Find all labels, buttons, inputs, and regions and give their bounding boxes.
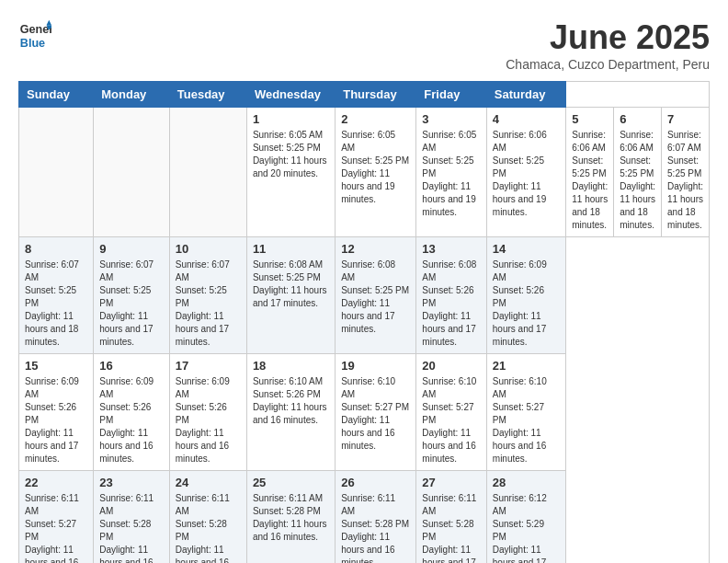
day-number: 12 <box>341 242 410 256</box>
weekday-header-sunday: Sunday <box>19 82 94 108</box>
calendar-day-6: 6 Sunrise: 6:06 AM Sunset: 5:25 PM Dayli… <box>614 108 662 237</box>
calendar-day-21: 21 Sunrise: 6:10 AM Sunset: 5:27 PM Dayl… <box>486 354 565 471</box>
calendar-day-20: 20 Sunrise: 6:10 AM Sunset: 5:27 PM Dayl… <box>416 354 486 471</box>
weekday-header-thursday: Thursday <box>336 82 416 108</box>
day-info: Sunrise: 6:11 AM Sunset: 5:28 PM Dayligh… <box>99 492 164 563</box>
month-title: June 2025 <box>506 18 710 57</box>
calendar-day-24: 24 Sunrise: 6:11 AM Sunset: 5:28 PM Dayl… <box>169 471 246 564</box>
calendar-day-22: 22 Sunrise: 6:11 AM Sunset: 5:27 PM Dayl… <box>19 471 94 564</box>
calendar-day-5: 5 Sunrise: 6:06 AM Sunset: 5:25 PM Dayli… <box>566 108 614 237</box>
day-number: 1 <box>253 112 329 126</box>
day-info: Sunrise: 6:06 AM Sunset: 5:25 PM Dayligh… <box>493 129 560 219</box>
day-number: 28 <box>493 476 560 489</box>
calendar-week-1: 1 Sunrise: 6:05 AM Sunset: 5:25 PM Dayli… <box>19 108 710 237</box>
day-number: 23 <box>99 476 164 489</box>
calendar-week-2: 8 Sunrise: 6:07 AM Sunset: 5:25 PM Dayli… <box>19 237 710 354</box>
calendar-day-11: 11 Sunrise: 6:08 AM Sunset: 5:25 PM Dayl… <box>246 237 335 354</box>
day-info: Sunrise: 6:11 AM Sunset: 5:28 PM Dayligh… <box>253 492 329 544</box>
day-info: Sunrise: 6:05 AM Sunset: 5:25 PM Dayligh… <box>341 129 410 206</box>
day-info: Sunrise: 6:11 AM Sunset: 5:28 PM Dayligh… <box>422 492 480 563</box>
day-number: 20 <box>422 359 480 373</box>
day-info: Sunrise: 6:05 AM Sunset: 5:25 PM Dayligh… <box>253 129 329 180</box>
day-info: Sunrise: 6:07 AM Sunset: 5:25 PM Dayligh… <box>176 259 241 349</box>
weekday-header-saturday: Saturday <box>486 82 565 108</box>
day-info: Sunrise: 6:07 AM Sunset: 5:25 PM Dayligh… <box>667 129 703 232</box>
calendar-day-9: 9 Sunrise: 6:07 AM Sunset: 5:25 PM Dayli… <box>94 237 170 354</box>
calendar-day-26: 26 Sunrise: 6:11 AM Sunset: 5:28 PM Dayl… <box>336 471 416 564</box>
day-number: 24 <box>176 476 241 489</box>
day-info: Sunrise: 6:10 AM Sunset: 5:26 PM Dayligh… <box>253 375 329 427</box>
svg-text:Blue: Blue <box>20 37 45 50</box>
location-title: Chamaca, Cuzco Department, Peru <box>506 57 710 72</box>
day-number: 11 <box>253 242 329 256</box>
calendar-empty-cell <box>169 108 246 237</box>
day-number: 17 <box>176 359 241 373</box>
logo: General Blue <box>18 18 51 52</box>
day-info: Sunrise: 6:09 AM Sunset: 5:26 PM Dayligh… <box>99 375 164 465</box>
day-info: Sunrise: 6:12 AM Sunset: 5:29 PM Dayligh… <box>493 492 560 563</box>
calendar-day-2: 2 Sunrise: 6:05 AM Sunset: 5:25 PM Dayli… <box>336 108 416 237</box>
day-number: 21 <box>493 359 560 373</box>
day-info: Sunrise: 6:07 AM Sunset: 5:25 PM Dayligh… <box>99 259 164 349</box>
day-number: 25 <box>253 476 329 489</box>
day-number: 8 <box>25 242 87 256</box>
weekday-header-tuesday: Tuesday <box>169 82 246 108</box>
calendar-day-1: 1 Sunrise: 6:05 AM Sunset: 5:25 PM Dayli… <box>246 108 335 237</box>
calendar-day-27: 27 Sunrise: 6:11 AM Sunset: 5:28 PM Dayl… <box>416 471 486 564</box>
day-info: Sunrise: 6:09 AM Sunset: 5:26 PM Dayligh… <box>25 375 87 465</box>
calendar-day-10: 10 Sunrise: 6:07 AM Sunset: 5:25 PM Dayl… <box>169 237 246 354</box>
calendar-table: SundayMondayTuesdayWednesdayThursdayFrid… <box>18 81 710 563</box>
calendar-week-4: 22 Sunrise: 6:11 AM Sunset: 5:27 PM Dayl… <box>19 471 710 564</box>
calendar-day-14: 14 Sunrise: 6:09 AM Sunset: 5:26 PM Dayl… <box>486 237 565 354</box>
day-number: 15 <box>25 359 87 373</box>
day-number: 5 <box>572 112 608 126</box>
calendar-day-15: 15 Sunrise: 6:09 AM Sunset: 5:26 PM Dayl… <box>19 354 94 471</box>
day-number: 26 <box>341 476 410 489</box>
day-number: 6 <box>620 112 655 126</box>
day-info: Sunrise: 6:06 AM Sunset: 5:25 PM Dayligh… <box>620 129 655 232</box>
calendar-day-4: 4 Sunrise: 6:06 AM Sunset: 5:25 PM Dayli… <box>486 108 565 237</box>
day-number: 10 <box>176 242 241 256</box>
day-number: 7 <box>667 112 703 126</box>
day-info: Sunrise: 6:08 AM Sunset: 5:26 PM Dayligh… <box>422 259 480 349</box>
calendar-day-7: 7 Sunrise: 6:07 AM Sunset: 5:25 PM Dayli… <box>662 108 710 237</box>
calendar-day-12: 12 Sunrise: 6:08 AM Sunset: 5:25 PM Dayl… <box>336 237 416 354</box>
calendar-day-16: 16 Sunrise: 6:09 AM Sunset: 5:26 PM Dayl… <box>94 354 170 471</box>
day-info: Sunrise: 6:08 AM Sunset: 5:25 PM Dayligh… <box>341 259 410 336</box>
page-header: General Blue June 2025 Chamaca, Cuzco De… <box>18 18 710 72</box>
day-info: Sunrise: 6:08 AM Sunset: 5:25 PM Dayligh… <box>253 259 329 310</box>
calendar-empty-cell <box>94 108 170 237</box>
day-info: Sunrise: 6:11 AM Sunset: 5:28 PM Dayligh… <box>176 492 241 563</box>
weekday-header-wednesday: Wednesday <box>246 82 335 108</box>
calendar-week-3: 15 Sunrise: 6:09 AM Sunset: 5:26 PM Dayl… <box>19 354 710 471</box>
day-info: Sunrise: 6:09 AM Sunset: 5:26 PM Dayligh… <box>176 375 241 465</box>
day-info: Sunrise: 6:07 AM Sunset: 5:25 PM Dayligh… <box>25 259 87 349</box>
day-info: Sunrise: 6:10 AM Sunset: 5:27 PM Dayligh… <box>341 375 410 453</box>
calendar-day-28: 28 Sunrise: 6:12 AM Sunset: 5:29 PM Dayl… <box>486 471 565 564</box>
logo-icon: General Blue <box>18 18 51 52</box>
day-number: 13 <box>422 242 480 256</box>
calendar-day-23: 23 Sunrise: 6:11 AM Sunset: 5:28 PM Dayl… <box>94 471 170 564</box>
day-number: 2 <box>341 112 410 126</box>
day-info: Sunrise: 6:09 AM Sunset: 5:26 PM Dayligh… <box>493 259 560 349</box>
calendar-empty-cell <box>19 108 94 237</box>
weekday-header-monday: Monday <box>94 82 170 108</box>
calendar-day-8: 8 Sunrise: 6:07 AM Sunset: 5:25 PM Dayli… <box>19 237 94 354</box>
day-number: 3 <box>422 112 480 126</box>
day-info: Sunrise: 6:10 AM Sunset: 5:27 PM Dayligh… <box>493 375 560 465</box>
day-number: 22 <box>25 476 87 489</box>
day-info: Sunrise: 6:05 AM Sunset: 5:25 PM Dayligh… <box>422 129 480 219</box>
calendar-day-25: 25 Sunrise: 6:11 AM Sunset: 5:28 PM Dayl… <box>246 471 335 564</box>
day-number: 16 <box>99 359 164 373</box>
day-number: 18 <box>253 359 329 373</box>
day-info: Sunrise: 6:06 AM Sunset: 5:25 PM Dayligh… <box>572 129 608 232</box>
title-area: June 2025 Chamaca, Cuzco Department, Per… <box>506 18 710 72</box>
day-number: 4 <box>493 112 560 126</box>
day-number: 19 <box>341 359 410 373</box>
calendar-day-3: 3 Sunrise: 6:05 AM Sunset: 5:25 PM Dayli… <box>416 108 486 237</box>
calendar-day-18: 18 Sunrise: 6:10 AM Sunset: 5:26 PM Dayl… <box>246 354 335 471</box>
day-info: Sunrise: 6:10 AM Sunset: 5:27 PM Dayligh… <box>422 375 480 465</box>
calendar-day-13: 13 Sunrise: 6:08 AM Sunset: 5:26 PM Dayl… <box>416 237 486 354</box>
calendar-day-19: 19 Sunrise: 6:10 AM Sunset: 5:27 PM Dayl… <box>336 354 416 471</box>
day-number: 27 <box>422 476 480 489</box>
